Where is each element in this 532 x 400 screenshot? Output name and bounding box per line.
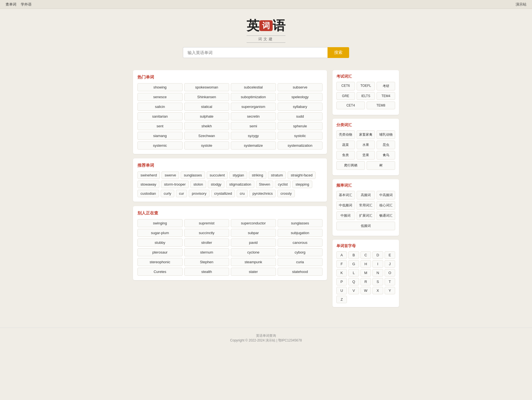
vocab-btn[interactable]: 爬行两栖 <box>336 161 365 170</box>
recommended-word-item[interactable]: swineherd <box>137 171 160 179</box>
recommended-word-item[interactable]: cur <box>176 190 187 197</box>
vocab-btn[interactable]: 壳类动物 <box>336 130 355 139</box>
hot-word-item[interactable]: systole <box>184 141 229 150</box>
vocab-btn[interactable]: CET4 <box>336 102 365 109</box>
vocab-btn[interactable]: 哺乳动物 <box>377 130 395 139</box>
vocab-btn[interactable]: 禽鸟 <box>377 151 395 160</box>
vocab-btn[interactable]: 常用词汇 <box>357 201 375 210</box>
others-word-item[interactable]: sternum <box>184 248 229 256</box>
recommended-word-item[interactable]: stygian <box>229 171 247 179</box>
vocab-btn[interactable]: TEM4 <box>377 92 395 100</box>
vocab-btn[interactable]: 扩展词汇 <box>357 211 375 220</box>
hot-word-item[interactable]: spherule <box>278 122 323 130</box>
others-word-item[interactable]: canorous <box>278 239 323 247</box>
letter-btn[interactable]: E <box>385 251 395 259</box>
recommended-word-item[interactable]: stolon <box>190 181 206 188</box>
letter-btn[interactable]: K <box>336 269 347 277</box>
others-word-item[interactable]: sunglasses <box>278 219 323 227</box>
search-button[interactable]: 搜索 <box>328 47 349 58</box>
letter-btn[interactable]: F <box>336 260 347 268</box>
others-word-item[interactable]: pterosaur <box>137 248 183 256</box>
recommended-word-item[interactable]: stowaway <box>137 181 159 188</box>
hot-word-item[interactable]: subserve <box>278 83 323 91</box>
vocab-btn[interactable]: 考研 <box>377 82 395 90</box>
recommended-word-item[interactable]: cru <box>237 190 248 197</box>
letter-btn[interactable]: I <box>372 260 383 268</box>
vocab-btn[interactable]: IELTS <box>357 92 375 100</box>
letter-btn[interactable]: L <box>348 269 359 277</box>
hot-word-item[interactable]: sheikh <box>184 122 229 130</box>
recommended-word-item[interactable]: succulent <box>207 171 228 179</box>
vocab-btn[interactable]: 鱼类 <box>336 151 355 160</box>
vocab-btn[interactable]: 树 <box>367 161 395 170</box>
vocab-btn[interactable]: TOEFL <box>357 82 375 90</box>
letter-btn[interactable]: B <box>348 251 359 259</box>
hot-word-item[interactable]: syzygy <box>231 132 276 140</box>
recommended-word-item[interactable]: crossly <box>277 190 295 197</box>
others-word-item[interactable]: stealth <box>184 268 229 276</box>
recommended-word-item[interactable]: stepping <box>292 181 312 188</box>
letter-btn[interactable]: G <box>348 260 359 268</box>
others-word-item[interactable]: pavid <box>231 239 276 247</box>
vocab-btn[interactable]: 坚果 <box>357 151 375 160</box>
others-word-item[interactable]: statehood <box>278 268 323 276</box>
hot-word-item[interactable]: systematize <box>231 141 276 150</box>
recommended-word-item[interactable]: custodian <box>137 190 159 197</box>
letter-btn[interactable]: J <box>385 260 395 268</box>
others-word-item[interactable]: stereophonic <box>137 258 183 266</box>
letter-btn[interactable]: C <box>360 251 371 259</box>
vocab-btn[interactable]: 低频词 <box>336 222 395 230</box>
letter-btn[interactable]: N <box>372 269 383 277</box>
letter-btn[interactable]: R <box>360 278 371 285</box>
hot-word-item[interactable]: systolic <box>278 132 323 140</box>
letter-btn[interactable]: V <box>348 287 359 294</box>
recommended-word-item[interactable]: provisory <box>189 190 209 197</box>
hot-word-item[interactable]: secretin <box>231 112 276 120</box>
others-word-item[interactable]: supremist <box>184 219 229 227</box>
letter-btn[interactable]: S <box>372 278 383 285</box>
search-input[interactable] <box>183 47 328 58</box>
letter-btn[interactable]: Q <box>348 278 359 285</box>
vocab-btn[interactable]: 基本词汇 <box>336 191 355 199</box>
vocab-btn[interactable]: 家畜家禽 <box>357 130 375 139</box>
letter-btn[interactable]: H <box>360 260 371 268</box>
recommended-word-item[interactable]: sunglasses <box>181 171 205 179</box>
hot-word-item[interactable]: Shinkansen <box>184 93 229 101</box>
letter-btn[interactable]: X <box>372 287 383 294</box>
letter-btn[interactable]: M <box>360 269 371 277</box>
hot-word-item[interactable]: sanitarian <box>137 112 183 120</box>
nav-demo[interactable]: 演示站 <box>516 2 526 6</box>
hot-word-item[interactable]: speleology <box>278 93 323 101</box>
recommended-word-item[interactable]: stodgy <box>208 181 224 188</box>
recommended-word-item[interactable]: Steven <box>256 181 273 188</box>
hot-word-item[interactable]: systematization <box>278 141 323 150</box>
hot-word-item[interactable]: salicin <box>137 103 183 111</box>
others-word-item[interactable]: subjugation <box>278 229 323 237</box>
recommended-word-item[interactable]: crystallized <box>211 190 235 197</box>
vocab-btn[interactable]: 核心词汇 <box>377 201 395 210</box>
others-word-item[interactable]: stroller <box>184 239 229 247</box>
others-word-item[interactable]: stater <box>231 268 276 276</box>
others-word-item[interactable]: steampunk <box>231 258 276 266</box>
letter-btn[interactable]: D <box>372 251 383 259</box>
hot-word-item[interactable]: sudd <box>278 112 323 120</box>
vocab-btn[interactable]: 水果 <box>357 141 375 149</box>
others-word-item[interactable]: stubby <box>137 239 183 247</box>
nav-language[interactable]: 学外语 <box>21 2 32 6</box>
recommended-word-item[interactable]: stigmatization <box>226 181 254 188</box>
vocab-btn[interactable]: TEM8 <box>367 102 395 109</box>
others-word-item[interactable]: Curetes <box>137 268 183 276</box>
others-word-item[interactable]: Stephen <box>184 258 229 266</box>
hot-word-item[interactable]: subcelestial <box>231 83 276 91</box>
vocab-btn[interactable]: 中低频词 <box>336 201 355 210</box>
letter-btn[interactable]: U <box>336 287 347 294</box>
others-word-item[interactable]: superconductor <box>231 219 276 227</box>
letter-btn[interactable]: O <box>385 269 395 277</box>
hot-word-item[interactable]: siamang <box>137 132 183 140</box>
hot-word-item[interactable]: Szechwan <box>184 132 229 140</box>
hot-word-item[interactable]: sent <box>137 122 183 130</box>
letter-btn[interactable]: P <box>336 278 347 285</box>
recommended-word-item[interactable]: cyclist <box>275 181 291 188</box>
hot-word-item[interactable]: semi <box>231 122 276 130</box>
vocab-btn[interactable]: 昆虫 <box>377 141 395 149</box>
